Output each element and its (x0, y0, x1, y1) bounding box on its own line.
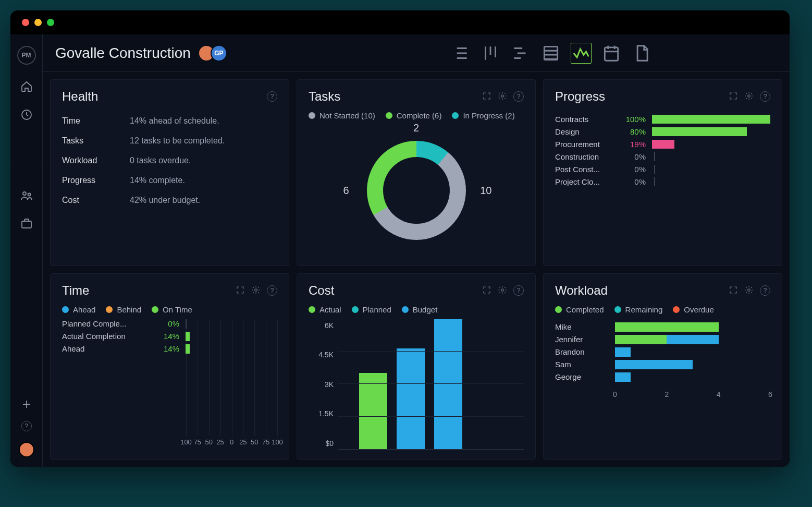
panel-title: Health (62, 89, 98, 104)
legend-item[interactable]: Completed (555, 305, 604, 314)
cost-ytick: 6K (309, 321, 334, 330)
time-legend: AheadBehindOn Time (62, 305, 277, 314)
cost-gridline (338, 416, 524, 417)
cost-legend: ActualPlannedBudget (309, 305, 524, 314)
expand-icon[interactable] (482, 285, 491, 295)
help-icon[interactable]: ? (760, 91, 770, 102)
gear-icon[interactable] (744, 91, 754, 101)
view-list-icon[interactable] (450, 43, 471, 64)
donut-label-complete: 6 (343, 185, 349, 197)
progress-fill (652, 140, 674, 149)
legend-swatch (152, 306, 158, 313)
svg-point-6 (501, 95, 504, 98)
progress-label: Design (555, 127, 612, 136)
workload-row: Brandon (555, 347, 770, 357)
time-rows: Planned Comple... 0% Actual Completion 1… (62, 319, 277, 354)
legend-label: Budget (413, 305, 438, 314)
workload-tick-label: 2 (665, 390, 669, 399)
app-logo[interactable]: PM (17, 46, 36, 65)
legend-item[interactable]: Overdue (673, 305, 714, 314)
nav-add-icon[interactable] (20, 398, 33, 411)
help-icon[interactable]: ? (513, 91, 524, 102)
legend-item[interactable]: Not Started (10) (309, 111, 375, 120)
view-calendar-icon[interactable] (601, 43, 622, 64)
time-label: Actual Completion (62, 332, 153, 341)
legend-swatch (386, 112, 392, 119)
progress-label: Contracts (555, 115, 612, 124)
time-percent: 14% (153, 344, 179, 353)
help-icon[interactable]: ? (760, 285, 770, 296)
legend-item[interactable]: Planned (352, 305, 391, 314)
cost-ytick: 3K (309, 380, 334, 389)
nav-team-icon[interactable] (20, 189, 33, 202)
window-minimize-button[interactable] (34, 19, 42, 26)
gear-icon[interactable] (251, 285, 261, 295)
nav-recent-icon[interactable] (20, 108, 33, 121)
workload-row: Sam (555, 360, 770, 369)
legend-label: Completed (566, 305, 604, 314)
gear-icon[interactable] (498, 91, 507, 101)
legend-item[interactable]: Budget (402, 305, 438, 314)
view-sheet-icon[interactable] (540, 43, 561, 64)
nav-portfolio-icon[interactable] (20, 218, 33, 230)
svg-point-1 (23, 192, 26, 195)
time-tick-label: 100 (272, 438, 283, 446)
health-key: Cost (62, 196, 130, 205)
progress-percent: 0% (619, 152, 646, 161)
expand-icon[interactable] (729, 285, 738, 295)
expand-icon[interactable] (236, 285, 245, 295)
workload-segment (615, 360, 693, 369)
legend-swatch (309, 306, 315, 313)
svg-point-9 (501, 288, 504, 291)
view-files-icon[interactable] (631, 43, 652, 64)
gear-icon[interactable] (498, 285, 507, 295)
gear-icon[interactable] (744, 285, 754, 295)
cost-plot (338, 319, 524, 450)
nav-home-icon[interactable] (20, 80, 33, 93)
donut-label-notstarted: 10 (480, 185, 491, 197)
progress-track (652, 115, 770, 124)
workload-bar (615, 322, 770, 332)
expand-icon[interactable] (729, 91, 738, 101)
workload-tick-label: 0 (613, 390, 617, 399)
panel-time: Time ? AheadBehindOn Time Planned Comple… (50, 273, 289, 460)
help-icon[interactable]: ? (267, 285, 277, 296)
legend-label: Actual (319, 305, 341, 314)
legend-item[interactable]: In Progress (2) (452, 111, 514, 120)
panel-title: Tasks (309, 89, 340, 104)
legend-label: Ahead (73, 305, 95, 314)
svg-rect-5 (605, 47, 618, 60)
tasks-legend: Not Started (10)Complete (6)In Progress … (309, 111, 524, 120)
progress-row: Construction 0% (555, 152, 770, 161)
legend-item[interactable]: Actual (309, 305, 341, 314)
legend-item[interactable]: On Time (152, 305, 192, 314)
legend-item[interactable]: Behind (106, 305, 141, 314)
legend-item[interactable]: Remaining (614, 305, 663, 314)
view-dashboard-icon[interactable] (571, 43, 592, 64)
top-bar: Govalle Construction GP (43, 34, 790, 72)
project-members[interactable]: GP (202, 45, 227, 62)
workload-legend: CompletedRemainingOverdue (555, 305, 770, 314)
workload-segment (667, 335, 718, 344)
current-user-avatar[interactable] (19, 442, 34, 457)
help-icon[interactable]: ? (267, 91, 277, 102)
workload-name: George (555, 372, 615, 381)
progress-track (652, 177, 770, 186)
help-icon[interactable]: ? (513, 285, 524, 296)
window-zoom-button[interactable] (47, 19, 54, 26)
legend-item[interactable]: Ahead (62, 305, 95, 314)
health-value: 14% complete. (130, 176, 185, 185)
avatar[interactable]: GP (211, 45, 227, 62)
view-gantt-icon[interactable] (510, 43, 531, 64)
progress-fill (652, 127, 747, 136)
view-board-icon[interactable] (480, 43, 501, 64)
legend-item[interactable]: Complete (6) (386, 111, 442, 120)
progress-label: Construction (555, 152, 612, 161)
window-close-button[interactable] (22, 19, 29, 26)
panel-health: Health ? Time14% ahead of schedule.Tasks… (50, 79, 289, 266)
expand-icon[interactable] (482, 91, 491, 101)
legend-label: Behind (117, 305, 141, 314)
panel-title: Time (62, 283, 89, 298)
workload-axis: 0246 (615, 390, 770, 401)
nav-help-icon[interactable]: ? (21, 421, 32, 431)
